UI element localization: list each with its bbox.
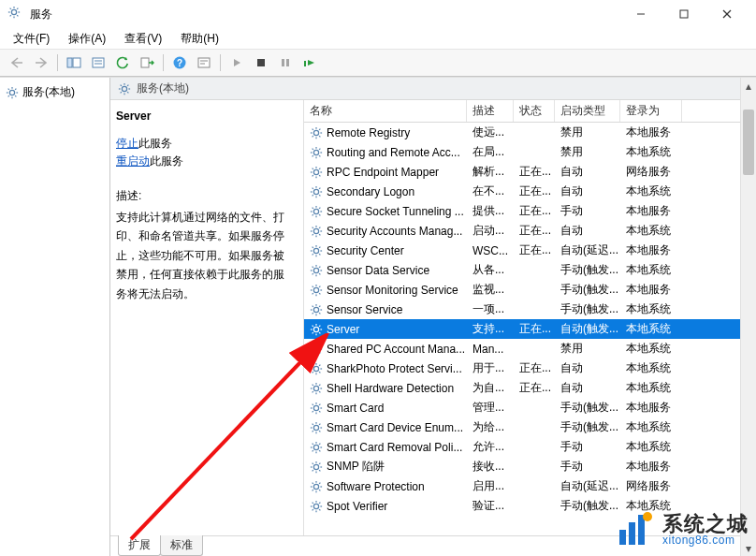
- cell-state: 正在...: [519, 164, 560, 180]
- table-row[interactable]: Server支持...正在...自动(触发...本地系统: [304, 319, 756, 339]
- refresh-button[interactable]: [111, 51, 134, 74]
- table-row[interactable]: Secondary Logon在不...正在...自动本地系统: [304, 182, 756, 201]
- column-headers: 名称 描述 状态 启动类型 登录为: [304, 100, 756, 123]
- cell-logon: 本地系统: [626, 301, 688, 317]
- gear-icon: [310, 264, 327, 277]
- minimize-button[interactable]: [619, 0, 662, 28]
- table-row[interactable]: Remote Registry使远...禁用本地服务: [304, 123, 756, 142]
- services-list-pane: 名称 描述 状态 启动类型 登录为 Remote Registry使远...禁用…: [304, 100, 756, 535]
- cell-name: Server: [327, 323, 472, 336]
- cell-logon: 本地服务: [626, 400, 688, 416]
- gear-icon: [310, 480, 327, 493]
- table-row[interactable]: Secure Socket Tunneling ...提供...正在...手动本…: [304, 201, 756, 221]
- forward-button[interactable]: [30, 51, 52, 74]
- stop-link[interactable]: 停止: [116, 137, 138, 150]
- restart-service-button[interactable]: [298, 51, 321, 74]
- table-row[interactable]: Smart Card Device Enum...为给...手动(触发...本地…: [304, 417, 756, 437]
- inner-header: 服务(本地): [110, 78, 756, 100]
- scroll-thumb[interactable]: [743, 110, 754, 175]
- cell-name: Spot Verifier: [327, 500, 472, 513]
- menu-help[interactable]: 帮助(H): [173, 29, 226, 49]
- help-button[interactable]: ?: [168, 51, 191, 74]
- maximize-button[interactable]: [662, 0, 705, 28]
- show-hide-console-tree-button[interactable]: [63, 51, 85, 74]
- cell-logon: 本地服务: [626, 459, 688, 475]
- scroll-up-icon[interactable]: ▴: [741, 78, 756, 94]
- table-row[interactable]: Sensor Service一项...手动(触发...本地系统: [304, 300, 756, 319]
- col-desc[interactable]: 描述: [467, 100, 514, 122]
- properties-button[interactable]: [87, 51, 109, 74]
- table-row[interactable]: Routing and Remote Acc...在局...禁用本地系统: [304, 142, 756, 162]
- table-row[interactable]: Smart Card Removal Poli...允许...手动本地系统: [304, 437, 756, 457]
- table-row[interactable]: Security CenterWSC...正在...自动(延迟...本地服务: [304, 241, 756, 260]
- svg-rect-19: [680, 10, 688, 18]
- svg-rect-27: [141, 58, 149, 67]
- export-list-button[interactable]: [136, 51, 158, 74]
- gear-icon: [310, 323, 327, 336]
- toolbar: ?: [0, 49, 756, 77]
- cell-startup: 手动(触发...: [560, 301, 626, 317]
- back-button[interactable]: [6, 51, 28, 74]
- cell-name: Smart Card: [327, 402, 472, 415]
- tab-standard[interactable]: 标准: [160, 535, 203, 556]
- table-row[interactable]: Smart Card管理...手动(触发...本地服务: [304, 398, 756, 417]
- gear-icon: [310, 362, 327, 375]
- gear-icon: [310, 166, 327, 179]
- cell-desc: WSC...: [472, 244, 519, 257]
- table-row[interactable]: Security Accounts Manag...启动...正在...自动本地…: [304, 221, 756, 241]
- gear-icon: [310, 205, 327, 218]
- col-logon[interactable]: 登录为: [620, 100, 682, 122]
- menu-file[interactable]: 文件(F): [6, 29, 57, 49]
- cell-desc: 从各...: [472, 262, 519, 278]
- close-button[interactable]: [705, 0, 749, 28]
- start-service-button[interactable]: [225, 51, 248, 74]
- menu-action[interactable]: 操作(A): [61, 29, 113, 49]
- cell-logon: 本地系统: [626, 321, 688, 337]
- gear-icon: [310, 382, 327, 395]
- cell-name: RPC Endpoint Mapper: [327, 166, 472, 179]
- scroll-down-icon[interactable]: ▾: [741, 540, 756, 556]
- pause-service-button[interactable]: [274, 51, 297, 74]
- table-row[interactable]: Sensor Data Service从各...手动(触发...本地系统: [304, 260, 756, 280]
- table-row[interactable]: Sensor Monitoring Service监视...手动(触发...本地…: [304, 280, 756, 300]
- tab-extended[interactable]: 扩展: [118, 535, 161, 556]
- table-row[interactable]: Software Protection启用...自动(延迟...网络服务: [304, 476, 756, 496]
- table-row[interactable]: Shell Hardware Detection为自...正在...自动本地系统: [304, 378, 756, 398]
- svg-rect-24: [93, 58, 104, 67]
- cell-state: 正在...: [519, 360, 560, 376]
- gear-icon: [310, 461, 327, 474]
- cell-name: Software Protection: [327, 480, 472, 493]
- cell-desc: 监视...: [472, 282, 519, 298]
- stop-service-button[interactable]: [250, 51, 272, 74]
- tree-node-label: 服务(本地): [22, 84, 75, 100]
- menu-view[interactable]: 查看(V): [117, 29, 169, 49]
- table-row[interactable]: SNMP 陷阱接收...手动本地服务: [304, 457, 756, 476]
- vertical-scrollbar[interactable]: ▴ ▾: [740, 78, 756, 556]
- table-row[interactable]: Shared PC Account Mana...Man...禁用本地系统: [304, 339, 756, 358]
- cell-desc: 为给...: [472, 419, 519, 435]
- cell-startup: 自动(延迟...: [560, 242, 626, 258]
- cell-logon: 本地服务: [626, 282, 688, 298]
- cell-logon: 本地系统: [626, 341, 688, 357]
- service-properties-button[interactable]: [193, 51, 215, 74]
- cell-logon: 本地系统: [626, 498, 688, 514]
- cell-name: Shared PC Account Mana...: [327, 343, 472, 356]
- restart-link[interactable]: 重启动: [116, 154, 150, 168]
- table-row[interactable]: Spot Verifier验证...手动(触发...本地系统: [304, 496, 756, 516]
- col-startup[interactable]: 启动类型: [555, 100, 620, 122]
- cell-logon: 本地服务: [626, 242, 688, 258]
- cell-desc: 启用...: [472, 478, 519, 494]
- table-row[interactable]: RPC Endpoint Mapper解析...正在...自动网络服务: [304, 162, 756, 182]
- cell-logon: 本地服务: [626, 203, 688, 219]
- cell-desc: 提供...: [472, 203, 519, 219]
- col-name[interactable]: 名称: [304, 100, 467, 122]
- svg-rect-35: [286, 59, 289, 66]
- cell-name: Smart Card Device Enum...: [327, 421, 472, 434]
- gear-icon: [118, 82, 131, 95]
- col-state[interactable]: 状态: [514, 100, 555, 122]
- table-row[interactable]: SharkPhoto Protect Servi...用于...正在...自动本…: [304, 358, 756, 378]
- cell-desc: 一项...: [472, 301, 519, 317]
- tree-node-services-local[interactable]: 服务(本地): [2, 81, 108, 103]
- gear-icon: [310, 126, 327, 139]
- gear-icon: [310, 402, 327, 415]
